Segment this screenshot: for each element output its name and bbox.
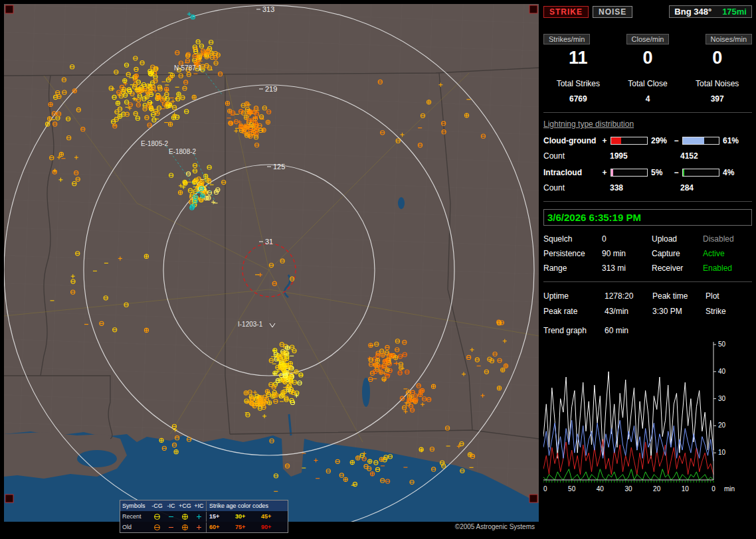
svg-text:30: 30 [718, 395, 726, 402]
ic-plus-recent-icon [192, 512, 206, 522]
age-code-60: 60+ [207, 522, 233, 532]
storm-label: I-1203-1 [238, 321, 263, 328]
peak-time-value: 3:30 PM [652, 307, 706, 316]
divider [543, 281, 752, 282]
peak-time-label: Peak time [652, 291, 706, 301]
bearing-distance-box: Bng 348° 175mi [669, 5, 752, 18]
range-label: Range [543, 264, 602, 273]
age-code-90: 90+ [258, 522, 284, 532]
age-code-30: 30+ [233, 512, 258, 522]
lake [398, 197, 405, 209]
total-noises-label: Total Noises [682, 79, 752, 88]
upload-value: Disabled [703, 234, 752, 244]
plus-sign: + [601, 136, 609, 145]
pan-button-bottom-left[interactable] [5, 495, 13, 502]
age-codes-recent: 15+ 30+ 45+ [206, 512, 288, 522]
ic-minus-count: 284 [680, 183, 694, 193]
svg-text:20: 20 [653, 485, 661, 493]
count-label: Count [543, 183, 610, 193]
close-per-min-button[interactable]: Close/min [626, 34, 670, 44]
intracloud-count-row: Count 338 284 [543, 183, 752, 193]
persistence-value: 90 min [602, 249, 652, 258]
cg-minus-old-icon [150, 522, 164, 532]
count-label: Count [543, 151, 610, 161]
total-close-cell: Total Close 4 [613, 79, 683, 104]
svg-text:60: 60 [543, 485, 547, 493]
age-code-45: 45+ [258, 512, 284, 522]
trend-graph-label: Trend graph [543, 326, 605, 335]
rate-values-row: 11 0 0 [543, 48, 752, 68]
ic-plus-pct: 5% [650, 168, 672, 177]
cg-minus-recent-icon [150, 512, 164, 522]
ring-label-219: 219 [265, 85, 277, 93]
divider [543, 112, 752, 113]
storm-label: E-1805-2 [141, 140, 169, 147]
legend-col-ic-plus: +IC [192, 501, 206, 511]
cg-minus-count: 4152 [680, 151, 698, 161]
cg-minus-pct: 61% [721, 136, 744, 145]
ic-plus-old-icon [192, 522, 206, 532]
total-strikes-value: 6769 [543, 94, 613, 104]
svg-text:30: 30 [624, 485, 632, 493]
ic-minus-old-icon [164, 522, 178, 532]
trend-chart: 10203040506050403020100min [543, 341, 743, 499]
strike-mode-button[interactable]: STRIKE [543, 6, 589, 18]
legend-old-label: Old [120, 522, 150, 532]
svg-text:10: 10 [682, 485, 690, 493]
cg-plus-pct: 29% [650, 136, 672, 145]
map-legend: Symbols -CG -IC +CG +IC Strike age color… [120, 500, 288, 533]
total-noises-value: 397 [682, 94, 752, 104]
noises-per-min-button[interactable]: Noises/min [706, 34, 752, 44]
ring-label-313: 313 [262, 5, 274, 13]
receiver-status-grid: Squelch 0 Upload Disabled Persistence 90… [543, 234, 752, 273]
session-stats-grid: Uptime 1278:20 Peak time Plot Peak rate … [543, 291, 752, 316]
intracloud-row: Intracloud + 5% − 4% [543, 168, 752, 177]
svg-text:20: 20 [718, 422, 726, 429]
trend-graph-value: 60 min [605, 326, 628, 335]
svg-text:40: 40 [718, 368, 726, 375]
distance-value: 175mi [722, 7, 747, 17]
cg-minus-bar [682, 137, 719, 145]
bearing-value: Bng 348° [674, 7, 711, 17]
persistence-label: Persistence [543, 249, 602, 258]
legend-recent-label: Recent [120, 512, 150, 522]
peak-rate-value: 43/min [605, 307, 652, 316]
ic-minus-pct: 4% [721, 168, 744, 177]
svg-text:50: 50 [718, 341, 726, 348]
ring-label-31: 31 [265, 238, 273, 246]
range-value: 313 mi [602, 264, 652, 273]
cloud-ground-count-row: Count 1995 4152 [543, 151, 752, 161]
cg-plus-bar [611, 137, 648, 145]
legend-old-row: Old 60+ 75+ 90+ [120, 522, 288, 532]
pan-button-top-right[interactable] [529, 5, 537, 13]
capture-label: Capture [652, 249, 703, 258]
upload-label: Upload [652, 234, 703, 244]
totals-row: Total Strikes 6769 Total Close 4 Total N… [543, 79, 752, 104]
noises-per-min-value: 0 [682, 48, 752, 68]
trend-graph-row: Trend graph 60 min [543, 326, 752, 335]
map-canvas[interactable]: 313 219 125 31 N-5787-1 E-1805-2 E-1808-… [4, 4, 539, 522]
pan-button-top-left[interactable] [5, 5, 13, 13]
trend-chart-container: 10203040506050403020100min [543, 341, 752, 499]
pan-button-bottom-right[interactable] [529, 495, 537, 502]
age-code-15: 15+ [207, 512, 233, 522]
noise-mode-button[interactable]: NOISE [593, 6, 632, 18]
svg-text:0: 0 [711, 485, 715, 493]
ic-plus-count: 338 [610, 183, 680, 193]
capture-value: Active [703, 249, 752, 258]
app-window: 313 219 125 31 N-5787-1 E-1805-2 E-1808-… [0, 0, 756, 539]
cg-plus-count: 1995 [610, 151, 680, 161]
svg-text:10: 10 [718, 449, 726, 456]
plot-value: Strike [706, 307, 752, 316]
strikes-per-min-button[interactable]: Strikes/min [543, 34, 590, 44]
storm-label: N-5787-1 [174, 64, 202, 72]
total-strikes-label: Total Strikes [543, 79, 613, 88]
squelch-value: 0 [602, 234, 652, 244]
ic-minus-recent-icon [164, 512, 178, 522]
receiver-label: Receiver [652, 264, 703, 273]
plus-sign: + [601, 168, 609, 177]
svg-text:50: 50 [568, 485, 576, 493]
lightning-map[interactable]: 313 219 125 31 N-5787-1 E-1805-2 E-1808-… [4, 4, 539, 522]
squelch-label: Squelch [543, 234, 602, 244]
legend-age-header: Strike age color codes [206, 501, 288, 511]
